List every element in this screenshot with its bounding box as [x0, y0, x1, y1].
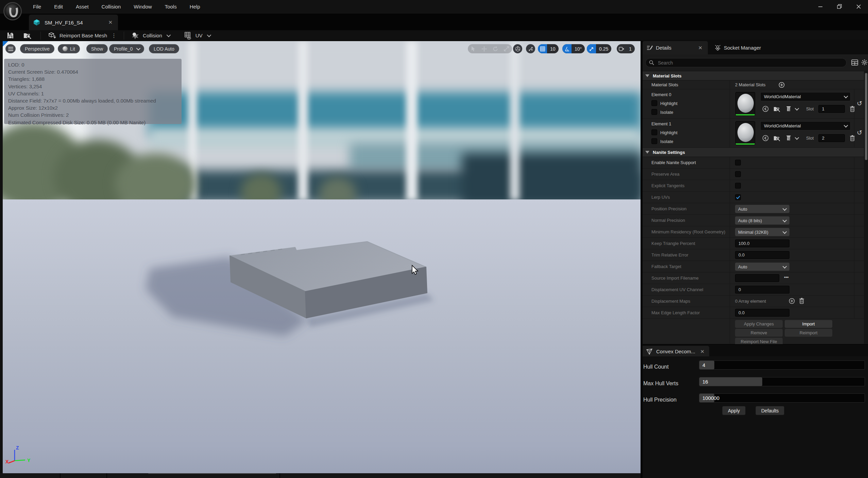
- use-selected-asset-icon[interactable]: [762, 135, 769, 141]
- reimport-options-icon[interactable]: ⋮: [111, 32, 117, 39]
- menu-item[interactable]: Tools: [159, 0, 183, 14]
- apply-changes-button[interactable]: Apply Changes: [735, 320, 783, 328]
- scale-snap-control[interactable]: 0.25: [587, 44, 611, 53]
- convex-defaults-button[interactable]: Defaults: [755, 406, 784, 415]
- tab-convex-decomposition[interactable]: Convex Decom... ✕: [643, 346, 709, 357]
- property-input[interactable]: 100.0: [735, 240, 789, 247]
- property-dropdown[interactable]: Minimal (32KB): [735, 228, 789, 236]
- grid-snap-value[interactable]: 10: [547, 44, 559, 53]
- settings-gear-icon[interactable]: [861, 59, 868, 66]
- convex-apply-button[interactable]: Apply: [722, 406, 746, 415]
- display-filter-icon[interactable]: [851, 59, 858, 66]
- rotation-snap-value[interactable]: 10°: [572, 44, 585, 53]
- menu-item[interactable]: Edit: [48, 0, 69, 14]
- reimport-button[interactable]: Reimport: [785, 329, 832, 337]
- element-0-material-dropdown[interactable]: WorldGridMaterial: [760, 92, 851, 101]
- property-checkbox[interactable]: [735, 160, 741, 165]
- add-material-slot-icon[interactable]: [779, 82, 785, 88]
- lod-auto-button[interactable]: LOD Auto: [149, 44, 179, 53]
- hull-slider[interactable]: 16: [699, 377, 865, 386]
- element-0-slot-input[interactable]: 1: [818, 105, 845, 113]
- property-dropdown[interactable]: Auto: [735, 263, 789, 271]
- details-scrollbar[interactable]: [865, 73, 867, 160]
- search-input[interactable]: [657, 60, 834, 66]
- add-array-element-icon[interactable]: [789, 298, 795, 304]
- collision-menu-button[interactable]: Collision: [131, 32, 170, 40]
- delete-slot-icon[interactable]: [850, 135, 855, 141]
- tab-details[interactable]: Details ✕: [643, 41, 708, 54]
- property-input[interactable]: 0.0: [735, 309, 789, 317]
- browse-to-material-icon[interactable]: [773, 135, 781, 141]
- chevron-down-icon[interactable]: [795, 136, 799, 140]
- element-0-reset-icon[interactable]: ↺: [857, 100, 862, 107]
- minimize-button[interactable]: [811, 0, 830, 13]
- property-input[interactable]: 0: [735, 286, 789, 294]
- element-0-material-thumbnail[interactable]: [735, 92, 755, 116]
- browse-to-asset-button[interactable]: [23, 32, 32, 39]
- menu-item[interactable]: Help: [184, 0, 206, 14]
- browse-to-material-icon[interactable]: [773, 106, 781, 112]
- property-dropdown[interactable]: Auto: [735, 205, 789, 213]
- property-checkbox[interactable]: [735, 183, 741, 189]
- element-1-material-thumbnail[interactable]: [735, 121, 755, 145]
- element-1-material-dropdown[interactable]: WorldGridMaterial: [760, 121, 851, 130]
- tab-socket-manager[interactable]: Socket Manager: [711, 41, 765, 54]
- restore-button[interactable]: [830, 0, 849, 13]
- property-dropdown[interactable]: Auto (8 bits): [735, 216, 789, 225]
- tab-details-close-icon[interactable]: ✕: [697, 45, 704, 51]
- delete-slot-icon[interactable]: [850, 106, 855, 112]
- close-button[interactable]: [849, 0, 868, 13]
- reimport-base-mesh-button[interactable]: Reimport Base Mesh: [48, 32, 107, 39]
- viewport-options-button[interactable]: [5, 44, 16, 53]
- file-browse-ellipsis[interactable]: •••: [784, 275, 789, 280]
- save-button[interactable]: [7, 32, 14, 39]
- angle-snap-icon[interactable]: [562, 44, 572, 53]
- file-path-input[interactable]: [735, 274, 779, 282]
- hull-slider[interactable]: 100000: [699, 393, 865, 403]
- material-options-icon[interactable]: [785, 135, 792, 141]
- transform-tools-group[interactable]: [468, 44, 512, 53]
- element-1-highlight-checkbox[interactable]: [651, 129, 657, 135]
- property-checkbox[interactable]: [735, 171, 741, 177]
- camera-speed-control[interactable]: 1: [617, 44, 635, 53]
- search-box[interactable]: [645, 58, 847, 67]
- camera-speed-icon[interactable]: [617, 44, 626, 53]
- lit-mode-button[interactable]: Lit: [58, 44, 80, 53]
- scale-snap-icon[interactable]: [587, 44, 596, 53]
- chevron-down-icon[interactable]: [795, 106, 799, 111]
- menu-item[interactable]: Collision: [96, 0, 127, 14]
- camera-speed-value[interactable]: 1: [626, 44, 635, 53]
- menu-item[interactable]: Asset: [70, 0, 95, 14]
- coordinate-system-button[interactable]: [513, 44, 522, 53]
- grid-snap-control[interactable]: 10: [538, 44, 559, 53]
- import-button[interactable]: Import: [785, 320, 832, 328]
- element-1-isolate-checkbox[interactable]: [651, 138, 657, 144]
- viewport[interactable]: Z Y X Perspective Lit Show Profile_0 LOD…: [3, 41, 641, 473]
- clear-array-icon[interactable]: [799, 298, 804, 304]
- rotation-snap-control[interactable]: 10°: [562, 44, 585, 53]
- convex-tab-close-icon[interactable]: ✕: [699, 349, 706, 355]
- element-0-highlight-checkbox[interactable]: [651, 100, 657, 106]
- element-1-slot-input[interactable]: 2: [818, 134, 845, 142]
- nanite-settings-header[interactable]: Nanite Settings: [643, 148, 864, 157]
- element-0-isolate-checkbox[interactable]: [651, 109, 657, 115]
- hull-slider[interactable]: 4: [699, 360, 865, 370]
- menu-item[interactable]: Window: [128, 0, 157, 14]
- uv-menu-button[interactable]: UV: [184, 32, 210, 40]
- property-checkbox[interactable]: [735, 194, 741, 200]
- asset-tab-close-icon[interactable]: ✕: [107, 19, 114, 25]
- use-selected-asset-icon[interactable]: [762, 106, 769, 112]
- element-1-reset-icon[interactable]: ↺: [857, 129, 862, 137]
- perspective-button[interactable]: Perspective: [20, 44, 54, 53]
- remove-button[interactable]: Remove: [735, 329, 783, 337]
- menu-item[interactable]: File: [27, 0, 47, 14]
- asset-tab[interactable]: SM_HV_F16_S4 ✕: [29, 15, 118, 30]
- material-options-icon[interactable]: [785, 106, 792, 112]
- scale-snap-value[interactable]: 0.25: [596, 44, 611, 53]
- show-menu-button[interactable]: Show: [86, 44, 108, 53]
- surface-snapping-button[interactable]: [526, 44, 535, 53]
- profile-dropdown[interactable]: Profile_0: [109, 44, 144, 53]
- property-input[interactable]: 0.0: [735, 251, 789, 259]
- material-slots-header[interactable]: Material Slots: [643, 71, 864, 81]
- grid-snap-icon[interactable]: [538, 44, 547, 53]
